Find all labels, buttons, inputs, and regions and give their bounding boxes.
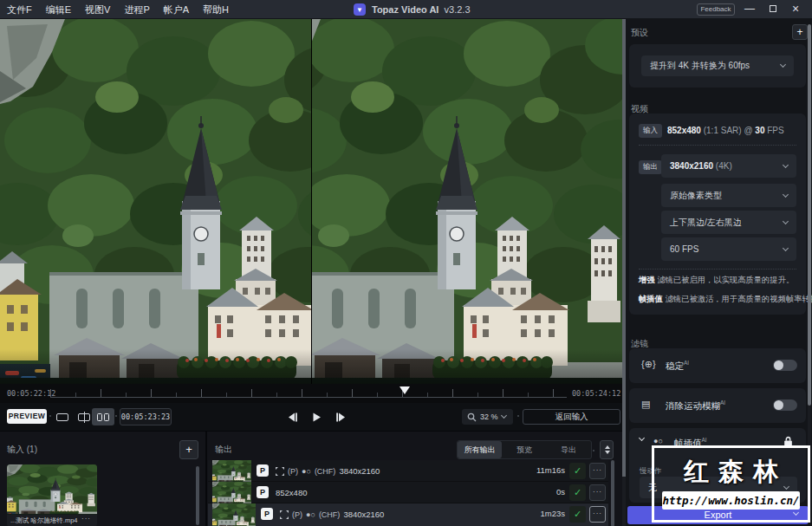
output-duration: 0s: [556, 487, 565, 497]
current-timecode-input[interactable]: 00:05:23:23: [120, 408, 172, 425]
watermark-overlay: 红森林 http://www.hoslin.cn/: [652, 445, 810, 523]
output-resolution-select[interactable]: 3840x2160 (4K): [661, 154, 796, 178]
view-side-by-side-button[interactable]: [92, 408, 114, 425]
timeline-end-timecode: 00:05:24:12: [572, 389, 620, 398]
menu-view[interactable]: 视图V: [78, 0, 117, 16]
topaz-logo-icon: ▼: [354, 3, 366, 16]
input-sar: (1:1 SAR) @: [704, 126, 753, 135]
output-sort-stepper[interactable]: [600, 440, 614, 459]
output-resolution: 3840x2160: [343, 510, 384, 519]
output-thumbnail: [212, 460, 251, 482]
interpolation-icon: ●○: [306, 510, 315, 519]
add-input-button[interactable]: +: [179, 440, 198, 459]
output-row-1[interactable]: P (P) ●○ (CHF) 3840x2160 11m16s ✓ ···: [208, 460, 608, 482]
divider: [639, 145, 796, 146]
enhance-note: 滤镜已被启用，以实现高质量的提升。: [657, 276, 794, 284]
input-resolution: 852x480: [667, 126, 701, 135]
input-panel-title: 输入 (1): [7, 444, 37, 456]
preset-card: 提升到 4K 并转换为 60fps: [629, 44, 806, 88]
proteus-badge: P: [257, 464, 269, 477]
pixel-type-select[interactable]: 原始像素类型: [661, 184, 796, 207]
fps-value: 60 FPS: [670, 244, 698, 254]
tab-all-outputs[interactable]: 所有输出: [458, 441, 502, 458]
output-row-2[interactable]: P 852x480 0s ✓ ···: [208, 482, 608, 503]
upscale-model: (P): [288, 467, 298, 476]
output-more-button[interactable]: ···: [589, 484, 606, 501]
fps-select[interactable]: 60 FPS: [661, 237, 796, 261]
output-complete-check[interactable]: ✓: [569, 506, 586, 523]
input-panel: 输入 (1) + ...测试 哈尔施塔特.mp4 ···: [0, 432, 205, 526]
menu-process[interactable]: 进程P: [117, 0, 156, 16]
minimize-button[interactable]: —: [739, 0, 760, 19]
output-resolution-tag: (4K): [716, 161, 732, 171]
play-button[interactable]: [308, 408, 325, 425]
magnifier-icon: [467, 412, 477, 422]
input-more-button[interactable]: ···: [81, 515, 91, 523]
output-thumbnail: [212, 503, 256, 526]
input-list-scrollbar[interactable]: [196, 466, 199, 525]
preset-value: 提升到 4K 并转换为 60fps: [650, 60, 750, 72]
menu-help[interactable]: 帮助H: [196, 0, 236, 16]
interpolation-model: (CHF): [319, 510, 341, 519]
output-thumbnail: [212, 482, 251, 503]
tab-previews[interactable]: 预览: [502, 441, 546, 458]
ai-tag: AI: [720, 399, 725, 406]
upscale-model: (P): [292, 510, 302, 519]
bottom-panels: 输入 (1) + ...测试 哈尔施塔特.mp4 ··· 输出 所有输出 预览 …: [0, 431, 622, 526]
maximize-button[interactable]: [763, 0, 783, 19]
output-row-3-selected[interactable]: P (P) ●○ (CHF) 3840x2160 1m23s ✓ ···: [208, 503, 608, 526]
input-badge: 输入: [639, 124, 662, 138]
output-panel: 输出 所有输出 预览 导出 P (P) ●○ (CHF) 3840x2160 1…: [208, 432, 622, 526]
proteus-badge: P: [257, 486, 269, 498]
close-button[interactable]: ×: [785, 0, 806, 19]
back-to-input-button[interactable]: 返回输入: [523, 409, 620, 425]
step-back-button[interactable]: [283, 408, 301, 425]
deblur-label: 消除运动模糊: [666, 400, 720, 411]
expand-chevron-icon[interactable]: [639, 435, 645, 441]
feedback-button[interactable]: Feedback: [697, 3, 735, 16]
output-duration: 11m16s: [536, 465, 565, 475]
output-duration: 1m23s: [540, 509, 565, 518]
stabilize-toggle[interactable]: [773, 360, 797, 371]
preview-button[interactable]: PREVIEW: [7, 409, 47, 424]
app-title: Topaz Video AI: [372, 4, 438, 15]
upscale-icon: [276, 467, 284, 476]
preset-select[interactable]: 提升到 4K 并转换为 60fps: [641, 55, 794, 76]
output-complete-check[interactable]: ✓: [569, 484, 586, 501]
tab-exports[interactable]: 导出: [547, 441, 591, 458]
input-file-card[interactable]: ...测试 哈尔施塔特.mp4 ···: [7, 464, 97, 526]
interpolation-model: (CHF): [315, 467, 336, 476]
timeline-ruler[interactable]: [50, 387, 567, 398]
video-preview[interactable]: [0, 19, 622, 384]
interpolation-icon: ●○: [653, 437, 663, 445]
timeline-strip: 00:05:22:12 00:05:24:12: [0, 384, 622, 403]
view-single-button[interactable]: [52, 408, 73, 425]
app-version: v3.2.3: [445, 4, 471, 15]
deblur-toggle[interactable]: [773, 399, 797, 411]
step-forward-button[interactable]: [332, 408, 349, 425]
window-title: ▼ Topaz Video AI v3.2.3: [354, 0, 471, 19]
enhance-term: 增强: [639, 276, 655, 284]
view-split-button[interactable]: [75, 408, 94, 425]
pixel-type-value: 原始像素类型: [670, 190, 722, 202]
deblur-filter-card: ▤ 消除运动模糊AI: [629, 388, 806, 423]
output-resolution: 852x480: [276, 488, 307, 497]
watermark-url: http://www.hoslin.cn/: [662, 491, 800, 510]
input-thumbnail: [7, 464, 97, 515]
output-more-button[interactable]: ···: [589, 506, 606, 523]
crop-mode-select[interactable]: 上下黑边/左右黑边: [661, 211, 796, 234]
output-resolution: 3840x2160: [339, 466, 380, 476]
playhead-marker[interactable]: [400, 386, 410, 394]
output-resolution-value: 3840x2160: [670, 161, 713, 171]
menu-file[interactable]: 文件F: [0, 0, 39, 16]
output-list-scrollbar[interactable]: [611, 460, 614, 526]
menu-account[interactable]: 帐户A: [157, 0, 196, 16]
output-more-button[interactable]: ···: [589, 463, 606, 479]
zoom-level-select[interactable]: 32 %: [462, 409, 513, 425]
output-tabs: 所有输出 预览 导出: [457, 440, 592, 459]
add-preset-button[interactable]: +: [792, 24, 808, 40]
input-fps-unit: FPS: [767, 126, 783, 135]
ai-tag: AI: [684, 360, 689, 366]
output-complete-check[interactable]: ✓: [569, 463, 586, 479]
menu-edit[interactable]: 编辑E: [39, 0, 78, 16]
